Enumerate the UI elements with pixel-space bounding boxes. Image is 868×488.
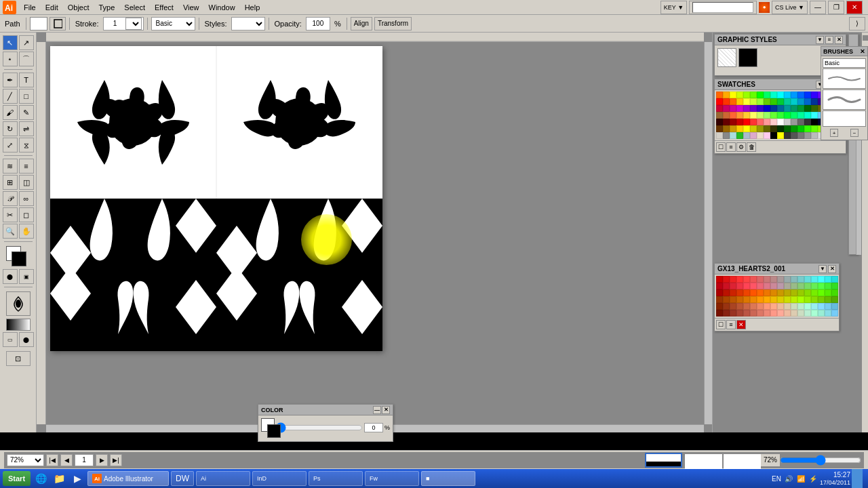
swatch-cell[interactable] <box>784 132 791 139</box>
gx13-header[interactable]: GX13_HEARTS2_001 ▼ ✕ <box>715 264 839 274</box>
cs-live-btn[interactable]: CS Live ▼ <box>772 1 808 14</box>
fill-color-box[interactable] <box>12 251 26 266</box>
swatch-cell[interactable] <box>791 125 797 132</box>
gx-swatch-cell[interactable] <box>757 310 764 317</box>
gx-swatch-cell[interactable] <box>825 276 831 283</box>
preview-btn[interactable]: ⬤ <box>19 332 34 347</box>
show-desktop-btn[interactable] <box>852 469 863 488</box>
pen-tool[interactable]: ✒ <box>3 73 18 87</box>
artboard-thumb-1[interactable] <box>645 453 682 468</box>
swatch-cell[interactable] <box>770 132 777 139</box>
blend-tool[interactable]: ∞ <box>19 191 34 206</box>
gx-swatch-cell[interactable] <box>811 283 818 289</box>
swatch-cell[interactable] <box>777 112 784 119</box>
gx-swatch-cell[interactable] <box>811 289 818 296</box>
swatch-cell[interactable] <box>736 112 743 119</box>
min-btn[interactable]: — <box>810 1 826 14</box>
gx-swatch-cell[interactable] <box>743 276 750 283</box>
swatch-cell[interactable] <box>723 132 730 139</box>
gx-swatch-cell[interactable] <box>797 289 804 296</box>
gs-swatch-none[interactable] <box>717 48 736 67</box>
swatch-cell[interactable] <box>811 132 818 139</box>
swatch-cell[interactable] <box>791 112 797 119</box>
zoom-select[interactable]: 72% <box>7 454 44 466</box>
swatch-cell[interactable] <box>743 105 750 112</box>
menu-help[interactable]: Help <box>240 2 265 13</box>
gx-swatch-cell[interactable] <box>750 289 757 296</box>
swatch-cell[interactable] <box>743 92 750 98</box>
swatch-cell[interactable] <box>723 92 730 98</box>
start-button[interactable]: Start <box>3 471 31 486</box>
swatch-cell[interactable] <box>770 105 777 112</box>
swatch-cell[interactable] <box>804 132 811 139</box>
swatch-cell[interactable] <box>804 92 811 98</box>
brush-item-basic[interactable]: Basic <box>823 58 866 68</box>
brush-new-btn[interactable]: + <box>830 129 838 137</box>
swatch-cell[interactable] <box>730 112 736 119</box>
gx-swatch-cell[interactable] <box>764 310 770 317</box>
gx-swatch-cell[interactable] <box>757 303 764 310</box>
select-tool[interactable]: ↖ <box>3 35 18 50</box>
swatch-cell[interactable] <box>750 119 757 125</box>
graphic-styles-menu-btn[interactable]: ≡ <box>825 36 833 44</box>
swatch-cell[interactable] <box>757 112 764 119</box>
swatch-cell[interactable] <box>811 119 818 125</box>
graphic-styles-header[interactable]: GRAPHIC STYLES ▼ ≡ ✕ <box>715 35 846 45</box>
swatch-cell[interactable] <box>764 105 770 112</box>
gx-swatch-cell[interactable] <box>831 303 838 310</box>
swatch-cell[interactable] <box>716 132 723 139</box>
mesh-tool[interactable]: ⊞ <box>3 175 18 190</box>
swatch-cell[interactable] <box>797 105 804 112</box>
gx-swatch-cell[interactable] <box>825 303 831 310</box>
stroke-value-box[interactable]: pt <box>103 17 144 30</box>
gx-swatch-cell[interactable] <box>818 283 825 289</box>
page-number-input[interactable] <box>75 454 94 466</box>
gx-swatch-cell[interactable] <box>784 276 791 283</box>
gx-swatch-cell[interactable] <box>770 310 777 317</box>
graphic-styles-collapse-btn[interactable]: ▼ <box>816 36 824 44</box>
swatch-cell[interactable] <box>804 105 811 112</box>
graphic-styles-close-btn[interactable]: ✕ <box>835 36 843 44</box>
workspace-btn[interactable]: KEY ▼ <box>660 1 687 14</box>
column-graph-tool[interactable]: ≡ <box>19 159 34 174</box>
gx-swatch-cell[interactable] <box>764 276 770 283</box>
gx-swatch-cell[interactable] <box>716 310 723 317</box>
gx-swatch-cell[interactable] <box>723 310 730 317</box>
gx-swatch-cell[interactable] <box>811 296 818 303</box>
gx-swatch-cell[interactable] <box>825 283 831 289</box>
search-btn[interactable] <box>689 1 757 14</box>
gx-swatch-cell[interactable] <box>723 303 730 310</box>
swatch-cell[interactable] <box>791 98 797 105</box>
gx-swatch-cell[interactable] <box>804 310 811 317</box>
gx-swatch-cell[interactable] <box>743 289 750 296</box>
restore-btn[interactable]: ❐ <box>828 1 844 14</box>
swatch-cell[interactable] <box>797 132 804 139</box>
gx-swatch-cell[interactable] <box>716 276 723 283</box>
taskbar-folder-icon[interactable]: 📁 <box>51 470 67 487</box>
gx-swatch-cell[interactable] <box>716 289 723 296</box>
gx-swatch-cell[interactable] <box>825 296 831 303</box>
swatch-cell[interactable] <box>716 98 723 105</box>
gx-swatch-cell[interactable] <box>750 283 757 289</box>
magic-wand-tool[interactable]: ⋆ <box>3 52 18 66</box>
gx-swatch-cell[interactable] <box>730 283 736 289</box>
swatch-cell[interactable] <box>784 92 791 98</box>
swatch-cell[interactable] <box>791 92 797 98</box>
swatch-cell[interactable] <box>730 98 736 105</box>
zoom-slider[interactable] <box>780 457 861 464</box>
swatch-cell[interactable] <box>784 125 791 132</box>
gx-swatch-cell[interactable] <box>797 276 804 283</box>
gradient-tool[interactable]: ◫ <box>19 175 34 190</box>
swatch-options-btn[interactable]: ⚙ <box>736 142 746 152</box>
gx-swatch-cell[interactable] <box>750 310 757 317</box>
swatch-cell[interactable] <box>764 132 770 139</box>
gx-swatch-cell[interactable] <box>797 303 804 310</box>
swatch-library-btn[interactable]: ≡ <box>726 142 736 152</box>
new-swatch-btn[interactable]: ☐ <box>716 142 726 152</box>
gx-swatch-cell[interactable] <box>750 296 757 303</box>
gx-swatch-cell[interactable] <box>777 296 784 303</box>
swatch-cell[interactable] <box>777 132 784 139</box>
lasso-tool[interactable]: ⌒ <box>19 52 34 66</box>
swatch-cell[interactable] <box>797 98 804 105</box>
swatch-cell[interactable] <box>736 119 743 125</box>
